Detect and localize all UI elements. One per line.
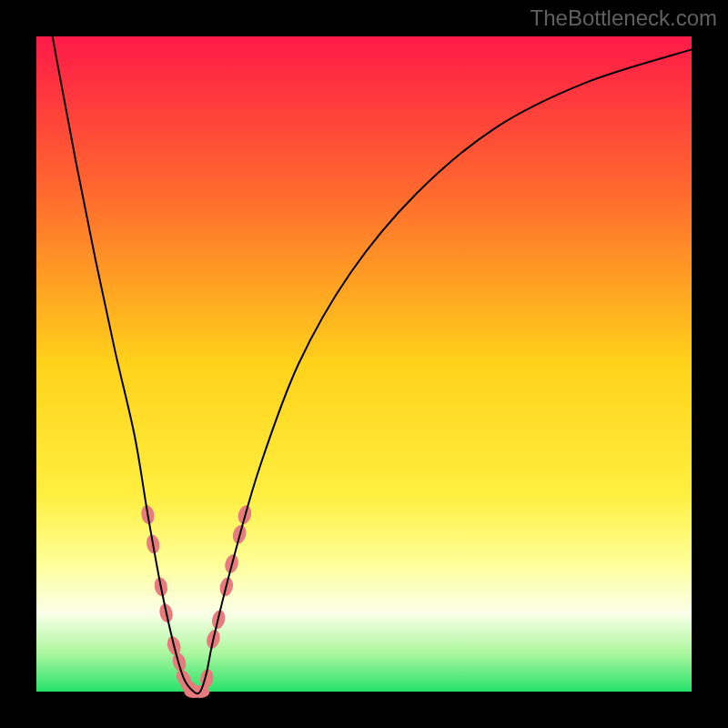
chart-frame: TheBottleneck.com bbox=[0, 0, 728, 728]
watermark-text: TheBottleneck.com bbox=[531, 5, 717, 31]
curve-layer bbox=[36, 36, 692, 692]
marker-layer bbox=[140, 504, 254, 699]
bottleneck-curve bbox=[36, 0, 692, 693]
plot-area bbox=[36, 36, 692, 692]
